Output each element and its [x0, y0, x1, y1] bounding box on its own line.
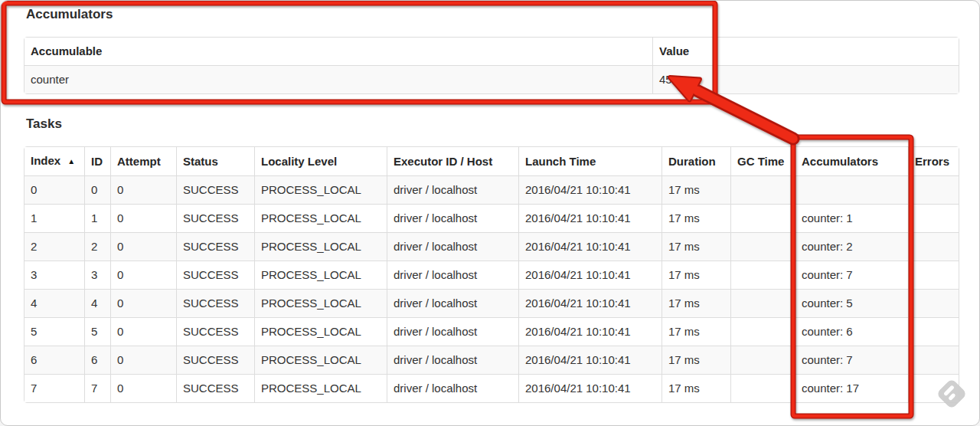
index-cell: 0 [24, 175, 84, 204]
errors-cell [908, 204, 959, 232]
index-cell: 7 [24, 374, 84, 402]
launch-time-cell: 2016/04/21 10:10:41 [518, 289, 662, 317]
col-header-accumulators[interactable]: Accumulators [795, 147, 908, 175]
errors-cell [908, 317, 959, 346]
locality-level-cell: PROCESS_LOCAL [254, 346, 387, 374]
table-row: 440SUCCESSPROCESS_LOCALdriver / localhos… [24, 289, 959, 317]
errors-cell [908, 261, 959, 289]
attempt-cell: 0 [110, 289, 176, 317]
status-cell: SUCCESS [176, 232, 254, 261]
col-header-errors[interactable]: Errors [908, 147, 959, 175]
index-cell: 5 [24, 317, 84, 346]
id-cell: 2 [84, 232, 110, 261]
locality-level-cell: PROCESS_LOCAL [254, 175, 387, 204]
duration-cell: 17 ms [662, 204, 730, 232]
accumulable-table-body: counter45 [24, 65, 959, 93]
attempt-cell: 0 [110, 261, 176, 289]
col-header-launch-time[interactable]: Launch Time [518, 147, 662, 175]
col-header-index-label: Index [31, 154, 60, 167]
index-cell: 4 [24, 289, 84, 317]
col-header-index[interactable]: Index▲ [24, 147, 84, 175]
col-header-duration[interactable]: Duration [662, 147, 730, 175]
executor-id-host-cell: driver / localhost [387, 204, 518, 232]
col-header-value: Value [652, 38, 959, 65]
id-cell: 5 [84, 317, 110, 346]
status-cell: SUCCESS [176, 317, 254, 346]
id-cell: 6 [84, 346, 110, 374]
table-row: 220SUCCESSPROCESS_LOCALdriver / localhos… [24, 232, 959, 261]
launch-time-cell: 2016/04/21 10:10:41 [518, 346, 662, 374]
col-header-status[interactable]: Status [176, 147, 254, 175]
col-header-executor-id-host[interactable]: Executor ID / Host [387, 147, 518, 175]
table-row: 550SUCCESSPROCESS_LOCALdriver / localhos… [24, 317, 959, 346]
duration-cell: 17 ms [662, 317, 730, 346]
executor-id-host-cell: driver / localhost [387, 175, 518, 204]
accumulators-cell: counter: 6 [795, 317, 908, 346]
col-header-locality-level[interactable]: Locality Level [254, 147, 387, 175]
tasks-table: Index▲ ID Attempt Status Locality Level … [24, 146, 959, 403]
status-cell: SUCCESS [176, 261, 254, 289]
accumulators-cell: counter: 7 [795, 261, 908, 289]
index-cell: 6 [24, 346, 84, 374]
index-cell: 3 [24, 261, 84, 289]
errors-cell [908, 346, 959, 374]
attempt-cell: 0 [110, 317, 176, 346]
table-row: 000SUCCESSPROCESS_LOCALdriver / localhos… [24, 175, 959, 204]
value-cell: 45 [652, 65, 959, 93]
id-cell: 4 [84, 289, 110, 317]
gc-time-cell [730, 261, 795, 289]
attempt-cell: 0 [110, 374, 176, 402]
duration-cell: 17 ms [662, 261, 730, 289]
id-cell: 7 [84, 374, 110, 402]
launch-time-cell: 2016/04/21 10:10:41 [518, 261, 662, 289]
col-header-gc-time[interactable]: GC Time [730, 147, 795, 175]
index-cell: 1 [24, 204, 84, 232]
table-row: 660SUCCESSPROCESS_LOCALdriver / localhos… [24, 346, 959, 374]
spark-ui-page: Accumulators Accumulable Value counter45… [0, 0, 980, 426]
accumulators-cell: counter: 1 [795, 204, 908, 232]
accumulable-cell: counter [24, 65, 652, 93]
locality-level-cell: PROCESS_LOCAL [254, 204, 387, 232]
duration-cell: 17 ms [662, 289, 730, 317]
gc-time-cell [730, 346, 795, 374]
launch-time-cell: 2016/04/21 10:10:41 [518, 204, 662, 232]
id-cell: 1 [84, 204, 110, 232]
accumulators-section-title: Accumulators [26, 6, 113, 23]
locality-level-cell: PROCESS_LOCAL [254, 317, 387, 346]
accumulators-cell: counter: 5 [795, 289, 908, 317]
errors-cell [908, 175, 959, 204]
gc-time-cell [730, 175, 795, 204]
gc-time-cell [730, 317, 795, 346]
status-cell: SUCCESS [176, 204, 254, 232]
duration-cell: 17 ms [662, 346, 730, 374]
status-cell: SUCCESS [176, 346, 254, 374]
attempt-cell: 0 [110, 204, 176, 232]
executor-id-host-cell: driver / localhost [387, 346, 518, 374]
locality-level-cell: PROCESS_LOCAL [254, 232, 387, 261]
launch-time-cell: 2016/04/21 10:10:41 [518, 317, 662, 346]
accumulators-cell: counter: 7 [795, 346, 908, 374]
status-cell: SUCCESS [176, 175, 254, 204]
executor-id-host-cell: driver / localhost [387, 289, 518, 317]
accumulators-cell [795, 175, 908, 204]
gc-time-cell [730, 204, 795, 232]
status-cell: SUCCESS [176, 374, 254, 402]
table-row: 770SUCCESSPROCESS_LOCALdriver / localhos… [24, 374, 959, 402]
executor-id-host-cell: driver / localhost [387, 317, 518, 346]
col-header-attempt[interactable]: Attempt [110, 147, 176, 175]
duration-cell: 17 ms [662, 175, 730, 204]
id-cell: 0 [84, 175, 110, 204]
table-row: 110SUCCESSPROCESS_LOCALdriver / localhos… [24, 204, 959, 232]
attempt-cell: 0 [110, 346, 176, 374]
gc-time-cell [730, 232, 795, 261]
executor-id-host-cell: driver / localhost [387, 374, 518, 402]
col-header-accumulable: Accumulable [24, 38, 652, 65]
accumulable-table: Accumulable Value counter45 [24, 37, 959, 94]
col-header-id[interactable]: ID [84, 147, 110, 175]
tasks-table-header-row: Index▲ ID Attempt Status Locality Level … [24, 147, 959, 175]
locality-level-cell: PROCESS_LOCAL [254, 289, 387, 317]
table-row: counter45 [24, 65, 959, 93]
launch-time-cell: 2016/04/21 10:10:41 [518, 175, 662, 204]
launch-time-cell: 2016/04/21 10:10:41 [518, 232, 662, 261]
duration-cell: 17 ms [662, 232, 730, 261]
